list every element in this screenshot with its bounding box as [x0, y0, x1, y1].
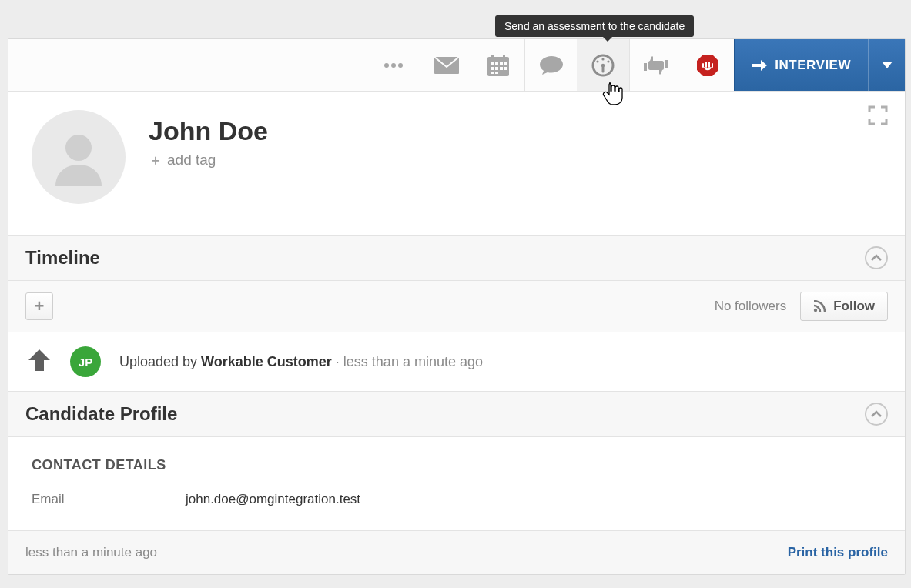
svg-point-21: [601, 63, 605, 66]
svg-rect-13: [500, 67, 503, 70]
svg-point-23: [65, 135, 92, 161]
profile-section-header: Candidate Profile: [8, 391, 905, 437]
upload-icon: [27, 348, 52, 376]
svg-point-20: [608, 60, 610, 62]
svg-point-18: [597, 60, 599, 62]
candidate-panel: INTERVIEW John Doe ＋ add tag: [8, 38, 906, 575]
rss-icon: [813, 300, 826, 312]
timeline-entry-text: Uploaded by Workable Customer · less tha…: [119, 354, 483, 370]
schedule-button[interactable]: [472, 39, 524, 91]
profile-header: John Doe ＋ add tag: [8, 92, 905, 235]
footer-timestamp: less than a minute ago: [25, 545, 157, 560]
calendar-icon: [487, 55, 509, 76]
timeline-section-header: Timeline: [8, 235, 905, 281]
chevron-up-icon: [871, 410, 882, 418]
print-profile-link[interactable]: Print this profile: [788, 545, 888, 560]
contact-details-heading: CONTACT DETAILS: [32, 457, 882, 473]
plus-icon: ＋: [149, 151, 162, 169]
stage-dropdown-toggle[interactable]: [868, 39, 905, 91]
arrow-right-icon: [752, 59, 767, 72]
svg-rect-5: [491, 55, 494, 59]
svg-rect-15: [491, 72, 494, 74]
plus-icon: +: [35, 296, 45, 316]
svg-point-19: [602, 58, 605, 60]
email-label: Email: [32, 492, 139, 507]
panel-footer: less than a minute ago Print this profil…: [8, 530, 905, 574]
ellipsis-icon: [383, 62, 404, 69]
candidate-avatar: [32, 110, 126, 204]
tooltip-send-assessment: Send an assessment to the candidate: [495, 15, 694, 37]
gauge-icon: [591, 53, 615, 78]
follow-label: Follow: [833, 299, 875, 314]
timeline-prefix: Uploaded by: [119, 354, 197, 369]
comment-icon: [539, 55, 564, 76]
svg-point-1: [391, 63, 396, 68]
svg-rect-12: [495, 67, 498, 70]
timeline-collapse-button[interactable]: [865, 246, 888, 269]
email-button[interactable]: [420, 39, 472, 91]
comment-button[interactable]: [524, 39, 577, 91]
envelope-icon: [434, 57, 459, 74]
svg-point-24: [814, 309, 817, 312]
add-tag-button[interactable]: ＋ add tag: [149, 151, 216, 169]
uploader-avatar: JP: [70, 346, 101, 377]
disqualify-button[interactable]: [682, 39, 734, 91]
svg-marker-22: [697, 55, 718, 76]
uploader-name: Workable Customer: [201, 354, 332, 369]
thumbs-icon: [642, 55, 670, 75]
timeline-ago: less than a minute ago: [343, 354, 483, 369]
follow-button[interactable]: Follow: [800, 292, 888, 321]
move-stage-button[interactable]: INTERVIEW: [734, 39, 905, 91]
svg-rect-6: [503, 55, 505, 59]
expand-button[interactable]: [868, 105, 888, 129]
evaluate-button[interactable]: [629, 39, 682, 91]
profile-collapse-button[interactable]: [865, 403, 888, 426]
contact-row-email: Email john.doe@omgintegration.test: [32, 492, 882, 507]
move-stage-main[interactable]: INTERVIEW: [735, 39, 868, 91]
caret-down-icon: [882, 62, 893, 69]
timeline-entry: JP Uploaded by Workable Customer · less …: [8, 332, 905, 391]
candidate-name: John Doe: [149, 116, 268, 146]
svg-rect-10: [504, 62, 507, 65]
uploader-initials: JP: [79, 356, 92, 369]
svg-rect-9: [500, 62, 503, 65]
expand-icon: [868, 105, 888, 125]
profile-body: CONTACT DETAILS Email john.doe@omgintegr…: [8, 437, 905, 530]
add-tag-label: add tag: [167, 152, 216, 169]
svg-rect-7: [491, 62, 494, 65]
svg-point-2: [398, 63, 403, 68]
profile-section-title: Candidate Profile: [25, 403, 177, 425]
followers-row: + No followers Follow: [8, 281, 905, 332]
svg-rect-8: [495, 62, 498, 65]
stop-icon: [696, 54, 719, 77]
candidate-toolbar: INTERVIEW: [8, 39, 905, 92]
add-timeline-entry-button[interactable]: +: [25, 292, 53, 320]
svg-rect-11: [491, 67, 494, 70]
tooltip-text: Send an assessment to the candidate: [504, 20, 685, 32]
email-value: john.doe@omgintegration.test: [186, 492, 360, 507]
svg-point-0: [384, 63, 389, 68]
svg-rect-16: [495, 72, 498, 74]
more-actions-button[interactable]: [367, 39, 420, 91]
send-assessment-button[interactable]: [577, 39, 629, 91]
no-followers-label: No followers: [715, 299, 787, 314]
chevron-up-icon: [871, 254, 882, 262]
avatar-placeholder-icon: [48, 126, 109, 188]
stage-label: INTERVIEW: [775, 58, 851, 73]
svg-rect-14: [504, 67, 507, 70]
timeline-title: Timeline: [25, 247, 100, 269]
